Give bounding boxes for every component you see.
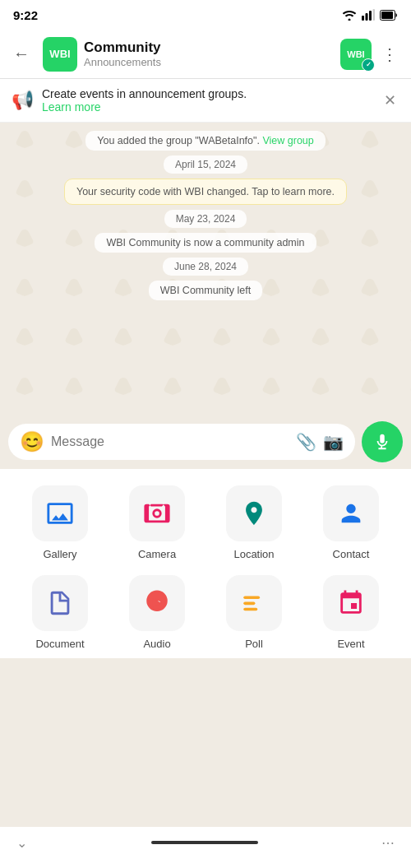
header: ← WBI Community Announcements WBI ⋮ bbox=[0, 30, 411, 79]
location-icon bbox=[240, 499, 268, 527]
chat-message-admin: WBI Community is now a community admin bbox=[95, 233, 316, 253]
camera-label: Camera bbox=[138, 548, 176, 560]
svg-rect-2 bbox=[369, 11, 372, 21]
gallery-item[interactable]: Gallery bbox=[16, 485, 104, 560]
chat-message-left: WBI Community left bbox=[149, 281, 262, 300]
document-icon-box bbox=[32, 575, 88, 631]
emoji-button[interactable]: 😊 bbox=[20, 430, 44, 453]
location-item[interactable]: Location bbox=[210, 485, 298, 560]
event-icon-box bbox=[323, 575, 379, 631]
attachment-grid-row1: Gallery Camera Location bbox=[8, 485, 403, 560]
status-icons bbox=[342, 9, 398, 21]
camera-icon bbox=[143, 499, 171, 527]
home-indicator bbox=[151, 841, 258, 844]
chat-date-june: June 28, 2024 bbox=[163, 258, 248, 276]
attachment-panel: Gallery Camera Location bbox=[0, 469, 411, 658]
poll-item[interactable]: Poll bbox=[210, 575, 298, 650]
event-icon bbox=[337, 589, 365, 617]
contact-item[interactable]: Contact bbox=[307, 485, 395, 560]
document-item[interactable]: Document bbox=[16, 575, 104, 650]
poll-icon-box bbox=[226, 575, 282, 631]
bottom-dots: ⋯ bbox=[381, 835, 395, 851]
camera-button[interactable]: 📷 bbox=[323, 432, 344, 452]
attachment-button[interactable]: 📎 bbox=[296, 432, 316, 452]
poll-icon bbox=[240, 589, 268, 617]
message-input[interactable] bbox=[51, 434, 289, 449]
status-time: 9:22 bbox=[13, 8, 38, 22]
svg-rect-6 bbox=[243, 596, 260, 600]
svg-rect-3 bbox=[373, 9, 376, 21]
banner-close-button[interactable]: ✕ bbox=[381, 88, 399, 113]
input-area: 😊 📎 📷 bbox=[0, 415, 411, 469]
svg-rect-7 bbox=[243, 602, 255, 606]
header-avatar-small[interactable]: WBI bbox=[340, 39, 372, 70]
megaphone-icon: 📢 bbox=[12, 90, 34, 111]
chat-area: You added the group "WABetaInfo". View g… bbox=[0, 123, 411, 415]
audio-icon-box bbox=[129, 575, 185, 631]
location-label: Location bbox=[233, 548, 274, 560]
header-right: WBI ⋮ bbox=[340, 38, 404, 71]
bottom-chevron: ⌄ bbox=[16, 835, 27, 851]
announcement-banner: 📢 Create events in announcement groups. … bbox=[0, 79, 411, 123]
bottom-bar: ⌄ ⋯ bbox=[0, 827, 411, 868]
signal-icon bbox=[362, 9, 375, 21]
document-icon bbox=[46, 589, 74, 617]
banner-text: Create events in announcement groups. Le… bbox=[42, 87, 372, 114]
mic-button[interactable] bbox=[362, 421, 403, 462]
gallery-label: Gallery bbox=[43, 548, 76, 560]
learn-more-link[interactable]: Learn more bbox=[42, 100, 101, 114]
wifi-icon bbox=[342, 9, 357, 21]
gallery-icon-box bbox=[32, 485, 88, 541]
chat-security-message[interactable]: Your security code with WBI changed. Tap… bbox=[64, 179, 347, 205]
header-title: Community bbox=[84, 39, 334, 56]
header-subtitle: Announcements bbox=[84, 56, 334, 68]
menu-dots-button[interactable]: ⋮ bbox=[375, 38, 404, 71]
chat-message-added: You added the group "WABetaInfo". View g… bbox=[85, 131, 325, 151]
location-icon-box bbox=[226, 485, 282, 541]
chat-date-may: May 23, 2024 bbox=[164, 210, 247, 228]
svg-rect-8 bbox=[243, 608, 257, 611]
status-bar: 9:22 bbox=[0, 0, 411, 30]
event-item[interactable]: Event bbox=[307, 575, 395, 650]
chat-date-april: April 15, 2024 bbox=[164, 155, 247, 174]
audio-icon bbox=[143, 589, 171, 617]
gallery-icon bbox=[46, 499, 74, 527]
audio-item[interactable]: Audio bbox=[113, 575, 201, 650]
message-input-box: 😊 📎 📷 bbox=[8, 424, 355, 460]
svg-rect-5 bbox=[381, 12, 393, 19]
view-group-link[interactable]: View group bbox=[262, 135, 313, 146]
contact-icon bbox=[337, 499, 365, 527]
mic-icon bbox=[373, 433, 391, 451]
camera-icon-box bbox=[129, 485, 185, 541]
event-label: Event bbox=[337, 638, 364, 650]
contact-label: Contact bbox=[333, 548, 370, 560]
svg-rect-1 bbox=[366, 13, 368, 21]
battery-icon bbox=[380, 10, 398, 21]
contact-icon-box bbox=[323, 485, 379, 541]
avatar: WBI bbox=[43, 37, 77, 72]
back-button[interactable]: ← bbox=[7, 38, 36, 70]
attachment-grid-row2: Document Audio Poll bbox=[8, 575, 403, 650]
poll-label: Poll bbox=[245, 638, 263, 650]
header-info: Community Announcements bbox=[84, 39, 334, 68]
audio-label: Audio bbox=[143, 638, 170, 650]
document-label: Document bbox=[35, 638, 84, 650]
svg-rect-0 bbox=[362, 16, 364, 21]
camera-item[interactable]: Camera bbox=[113, 485, 201, 560]
